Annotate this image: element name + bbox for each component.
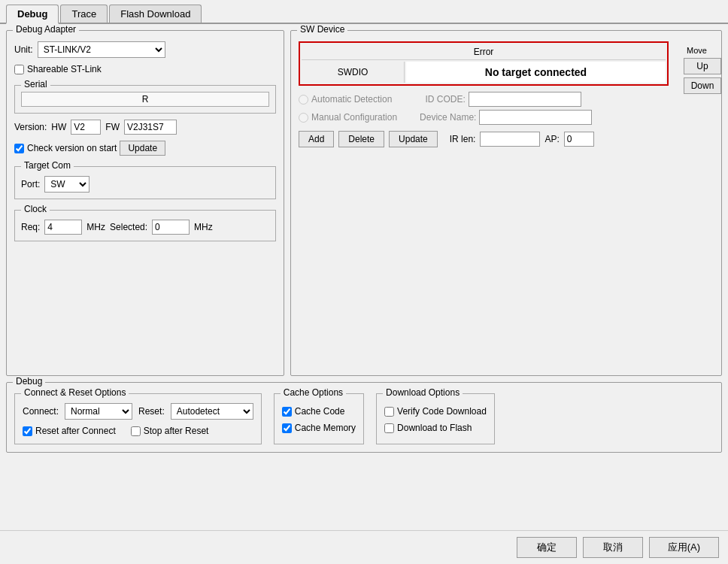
connect-reset-box: Connect & Reset Options Connect: Normal … [14, 393, 262, 444]
manual-config-label: Manual Configuration [311, 112, 397, 123]
error-header-row: Error [302, 44, 666, 60]
delete-button[interactable]: Delete [338, 131, 384, 147]
cache-code-checkbox[interactable] [282, 407, 292, 417]
hw-input[interactable] [71, 120, 101, 135]
bottom-bar: 确定 取消 应用(A) [0, 530, 728, 564]
shareable-label: Shareable ST-Link [27, 64, 102, 74]
debug-section-title: Debug [13, 376, 45, 387]
error-table: Error SWDIO No target connected [299, 41, 669, 86]
check-version-row: Check version on start Update [14, 141, 276, 156]
error-header: Error [302, 44, 666, 60]
req-input[interactable] [44, 220, 82, 235]
req-label: Req: [21, 222, 40, 232]
unit-row: Unit: ST-LINK/V2 [14, 41, 276, 58]
verify-code-checkbox[interactable] [384, 407, 394, 417]
reset-after-connect-checkbox[interactable] [23, 426, 32, 436]
shareable-row: Shareable ST-Link [14, 64, 276, 74]
main-window: Debug Trace Flash Download Debug Adapter… [0, 0, 728, 564]
stop-after-reset-checkbox[interactable] [131, 426, 141, 436]
tab-flash-download[interactable]: Flash Download [109, 5, 202, 23]
verify-code-label: Verify Code Download [397, 406, 487, 417]
version-label: Version: [14, 122, 47, 132]
reset-after-connect-row: Reset after Connect Stop after Reset [23, 426, 253, 436]
serial-value: R [21, 92, 269, 107]
ir-len-input[interactable] [480, 132, 540, 147]
connect-row: Connect: Normal Reset: Autodetect [23, 403, 253, 420]
auto-detection-label: Automatic Detection [311, 94, 392, 105]
download-options-title: Download Options [383, 387, 463, 398]
top-section: Debug Adapter Unit: ST-LINK/V2 Shareable… [6, 30, 722, 376]
move-label: Move [687, 46, 721, 55]
fw-label: FW [105, 122, 120, 132]
move-down-button[interactable]: Down [684, 77, 721, 94]
move-up-button[interactable]: Up [684, 58, 721, 74]
id-code-label: ID CODE: [425, 94, 465, 105]
confirm-button[interactable]: 确定 [517, 537, 577, 558]
ap-input[interactable] [564, 132, 594, 147]
port-label: Port: [21, 179, 40, 190]
manual-config-radio[interactable] [299, 113, 308, 123]
sw-device-title: SW Device [297, 24, 347, 35]
cache-memory-checkbox[interactable] [282, 423, 292, 433]
add-button[interactable]: Add [299, 131, 334, 147]
cache-code-row: Cache Code [282, 406, 356, 417]
ir-len-label: IR len: [450, 134, 476, 144]
target-com-title: Target Com [21, 160, 74, 171]
reset-label: Reset: [138, 406, 165, 417]
connect-reset-title: Connect & Reset Options [21, 387, 129, 398]
download-flash-checkbox[interactable] [384, 423, 394, 433]
clock-row: Req: MHz Selected: MHz [21, 220, 269, 235]
error-container: Error SWDIO No target connected [299, 41, 669, 86]
stop-after-reset-label: Stop after Reset [144, 426, 209, 436]
debug-adapter-title: Debug Adapter [13, 24, 79, 35]
swdio-label: SWDIO [302, 62, 405, 83]
connect-label: Connect: [23, 406, 59, 417]
sw-device-content: Error SWDIO No target connected Au [299, 41, 669, 147]
sw-device-group: SW Device Error SWDIO No target connecte… [290, 30, 722, 376]
unit-label: Unit: [14, 44, 33, 55]
shareable-checkbox[interactable] [14, 65, 24, 74]
error-body-row: SWDIO No target connected [302, 62, 666, 83]
device-name-label: Device Name: [420, 112, 476, 123]
selected-input[interactable] [152, 220, 190, 235]
apply-button[interactable]: 应用(A) [649, 537, 719, 558]
update-button[interactable]: Update [120, 141, 165, 156]
fw-input[interactable] [124, 120, 177, 135]
id-code-input[interactable] [469, 92, 581, 107]
reset-select[interactable]: Autodetect [171, 403, 253, 420]
auto-detection-radio[interactable] [299, 95, 308, 105]
connect-select[interactable]: Normal [65, 403, 132, 420]
ap-label: AP: [544, 134, 559, 144]
mhz1-label: MHz [86, 222, 105, 232]
tab-debug[interactable]: Debug [6, 5, 59, 24]
cache-options-box: Cache Options Cache Code Cache Memory [274, 393, 364, 444]
port-select[interactable]: SW [44, 176, 89, 193]
target-com-group: Target Com Port: SW [14, 166, 276, 199]
device-name-input[interactable] [479, 110, 592, 125]
selected-label: Selected: [110, 222, 147, 232]
serial-group: Serial R [14, 85, 276, 114]
check-version-checkbox[interactable] [14, 144, 24, 153]
clock-group: Clock Req: MHz Selected: MHz [14, 210, 276, 241]
cache-memory-label: Cache Memory [295, 423, 356, 433]
hw-label: HW [51, 122, 66, 132]
sw-update-button[interactable]: Update [389, 131, 438, 147]
move-buttons: Move Up Down [684, 46, 721, 94]
unit-select[interactable]: ST-LINK/V2 [38, 41, 165, 58]
download-options-box: Download Options Verify Code Download Do… [376, 393, 495, 444]
mhz2-label: MHz [194, 222, 213, 232]
check-version-label: Check version on start [27, 143, 117, 153]
debug-adapter-group: Debug Adapter Unit: ST-LINK/V2 Shareable… [6, 30, 284, 376]
serial-title: Serial [21, 79, 50, 89]
action-row: Add Delete Update IR len: AP: [299, 131, 669, 147]
debug-section: Debug Connect & Reset Options Connect: N… [6, 382, 722, 453]
tab-trace[interactable]: Trace [60, 5, 108, 23]
main-content: Debug Adapter Unit: ST-LINK/V2 Shareable… [0, 24, 728, 530]
tab-bar: Debug Trace Flash Download [0, 0, 728, 24]
cache-code-label: Cache Code [295, 406, 345, 417]
cancel-button[interactable]: 取消 [583, 537, 643, 558]
error-message: No target connected [406, 62, 666, 83]
reset-after-connect-label: Reset after Connect [35, 426, 116, 436]
verify-code-row: Verify Code Download [384, 406, 487, 417]
port-row: Port: SW [21, 176, 269, 193]
